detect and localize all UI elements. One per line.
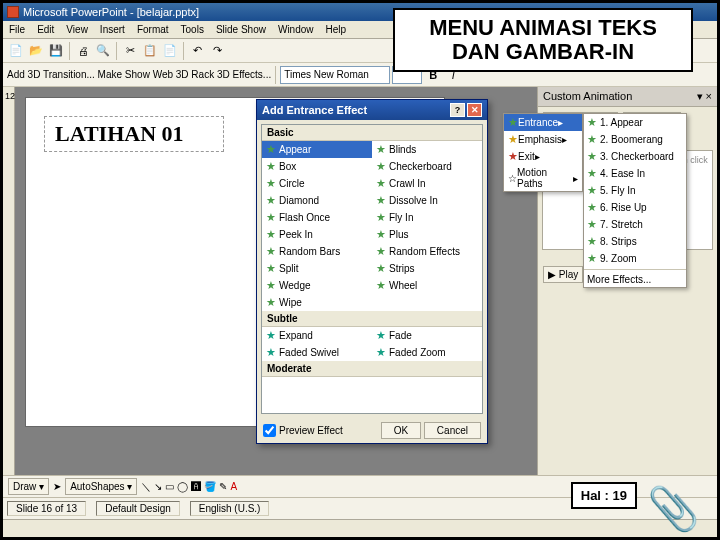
menu-tools[interactable]: Tools: [175, 22, 210, 37]
category-basic: Basic: [262, 125, 482, 141]
copy-icon[interactable]: 📋: [141, 42, 159, 60]
cancel-button[interactable]: Cancel: [424, 422, 481, 439]
menu-insert[interactable]: Insert: [94, 22, 131, 37]
chevron-down-icon[interactable]: ▾ ×: [697, 90, 712, 103]
menu-edit[interactable]: Edit: [31, 22, 60, 37]
menu-window[interactable]: Window: [272, 22, 320, 37]
draw-button[interactable]: Draw ▾: [8, 478, 49, 495]
category-subtle: Subtle: [262, 311, 482, 327]
paste-icon[interactable]: 📄: [161, 42, 179, 60]
menu-exit[interactable]: ★ Exit ▸: [504, 148, 582, 165]
menu-help[interactable]: Help: [320, 22, 353, 37]
rect-icon[interactable]: ▭: [165, 481, 174, 492]
thumb-strip[interactable]: 12: [3, 87, 15, 486]
app-icon: [7, 6, 19, 18]
menu-format[interactable]: Format: [131, 22, 175, 37]
clippy-icon[interactable]: 📎: [647, 484, 699, 533]
effect-strips[interactable]: ★Strips: [372, 260, 482, 277]
thumb-number: 12: [5, 91, 15, 101]
open-icon[interactable]: 📂: [27, 42, 45, 60]
effect-dissolvein[interactable]: ★Dissolve In: [372, 192, 482, 209]
task-pane-title: Custom Animation: [543, 90, 632, 103]
recent-appear[interactable]: ★1. Appear: [584, 114, 686, 131]
task-pane-header: Custom Animation ▾ ×: [538, 87, 717, 107]
dialog-titlebar[interactable]: Add Entrance Effect ? ✕: [257, 100, 487, 120]
menu-file[interactable]: File: [3, 22, 31, 37]
effect-category-menu: ★ Entrance ▸ ★ Emphasis ▸ ★ Exit ▸ ☆ Mot…: [503, 113, 583, 192]
new-icon[interactable]: 📄: [7, 42, 25, 60]
effect-flashonce[interactable]: ★Flash Once: [262, 209, 372, 226]
effect-peekin[interactable]: ★Peek In: [262, 226, 372, 243]
effect-blinds[interactable]: ★Blinds: [372, 141, 482, 158]
add-entrance-dialog: Add Entrance Effect ? ✕ Basic ★Appear ★B…: [256, 99, 488, 444]
effect-fade[interactable]: ★Fade: [372, 327, 482, 344]
font-name-box[interactable]: Times New Roman: [280, 66, 390, 84]
close-icon[interactable]: ✕: [467, 103, 482, 117]
recent-stretch[interactable]: ★7. Stretch: [584, 216, 686, 233]
menu-view[interactable]: View: [60, 22, 94, 37]
pointer-icon[interactable]: ➤: [53, 481, 61, 492]
slide-title-box[interactable]: LATIHAN 01: [44, 116, 224, 152]
status-slide: Slide 16 of 13: [7, 501, 86, 516]
recent-zoom[interactable]: ★9. Zoom: [584, 250, 686, 267]
effect-randombars[interactable]: ★Random Bars: [262, 243, 372, 260]
dialog-footer: Preview Effect OK Cancel: [257, 418, 487, 443]
fill-icon[interactable]: 🪣: [204, 481, 216, 492]
more-effects[interactable]: More Effects...: [584, 272, 686, 287]
effect-wedge[interactable]: ★Wedge: [262, 277, 372, 294]
recent-easein[interactable]: ★4. Ease In: [584, 165, 686, 182]
preview-icon[interactable]: 🔍: [94, 42, 112, 60]
effect-box[interactable]: ★Box: [262, 158, 372, 175]
recent-flyin[interactable]: ★5. Fly In: [584, 182, 686, 199]
category-moderate: Moderate: [262, 361, 482, 377]
effect-split[interactable]: ★Split: [262, 260, 372, 277]
redo-icon[interactable]: ↷: [208, 42, 226, 60]
play-button[interactable]: ▶ Play: [543, 266, 583, 283]
overlay-page-badge: Hal : 19: [571, 482, 637, 509]
effect-checkerboard[interactable]: ★Checkerboard: [372, 158, 482, 175]
save-icon[interactable]: 💾: [47, 42, 65, 60]
print-icon[interactable]: 🖨: [74, 42, 92, 60]
recent-boomerang[interactable]: ★2. Boomerang: [584, 131, 686, 148]
autoshapes-button[interactable]: AutoShapes ▾: [65, 478, 137, 495]
effect-fadedzoom[interactable]: ★Faded Zoom: [372, 344, 482, 361]
overlay-title-badge: MENU ANIMASI TEKS DAN GAMBAR-IN: [393, 8, 693, 72]
effect-appear[interactable]: ★Appear: [262, 141, 372, 158]
preview-checkbox[interactable]: Preview Effect: [263, 424, 343, 437]
line-icon[interactable]: ＼: [141, 480, 151, 494]
menu-entrance[interactable]: ★ Entrance ▸: [504, 114, 582, 131]
effect-diamond[interactable]: ★Diamond: [262, 192, 372, 209]
status-lang: English (U.S.): [190, 501, 270, 516]
ok-button[interactable]: OK: [381, 422, 421, 439]
dialog-title: Add Entrance Effect: [262, 104, 367, 116]
recent-effects-menu: ★1. Appear ★2. Boomerang ★3. Checkerboar…: [583, 113, 687, 288]
effect-wipe[interactable]: ★Wipe: [262, 294, 372, 311]
effect-circle[interactable]: ★Circle: [262, 175, 372, 192]
cut-icon[interactable]: ✂: [121, 42, 139, 60]
font-color-icon[interactable]: A: [230, 481, 237, 492]
menu-emphasis[interactable]: ★ Emphasis ▸: [504, 131, 582, 148]
undo-icon[interactable]: ↶: [188, 42, 206, 60]
menu-slideshow[interactable]: Slide Show: [210, 22, 272, 37]
arrow-icon[interactable]: ↘: [154, 481, 162, 492]
bottom-pad: [3, 519, 717, 537]
effects-list[interactable]: Basic ★Appear ★Blinds ★Box ★Checkerboard…: [261, 124, 483, 414]
addin-label[interactable]: Add 3D Transition... Make Show Web 3D Ra…: [7, 69, 271, 80]
recent-checkerboard[interactable]: ★3. Checkerboard: [584, 148, 686, 165]
effect-crawlin[interactable]: ★Crawl In: [372, 175, 482, 192]
textbox-icon[interactable]: 🅰: [191, 481, 201, 492]
oval-icon[interactable]: ◯: [177, 481, 188, 492]
effect-expand[interactable]: ★Expand: [262, 327, 372, 344]
help-icon[interactable]: ?: [450, 103, 465, 117]
recent-strips[interactable]: ★8. Strips: [584, 233, 686, 250]
app-title: Microsoft PowerPoint - [belajar.pptx]: [23, 6, 199, 18]
line-color-icon[interactable]: ✎: [219, 481, 227, 492]
recent-riseup[interactable]: ★6. Rise Up: [584, 199, 686, 216]
menu-motion-paths[interactable]: ☆ Motion Paths ▸: [504, 165, 582, 191]
effect-fadedswivel[interactable]: ★Faded Swivel: [262, 344, 372, 361]
effect-wheel[interactable]: ★Wheel: [372, 277, 482, 294]
effect-randomeffects[interactable]: ★Random Effects: [372, 243, 482, 260]
effect-flyin[interactable]: ★Fly In: [372, 209, 482, 226]
status-design: Default Design: [96, 501, 180, 516]
effect-plus[interactable]: ★Plus: [372, 226, 482, 243]
